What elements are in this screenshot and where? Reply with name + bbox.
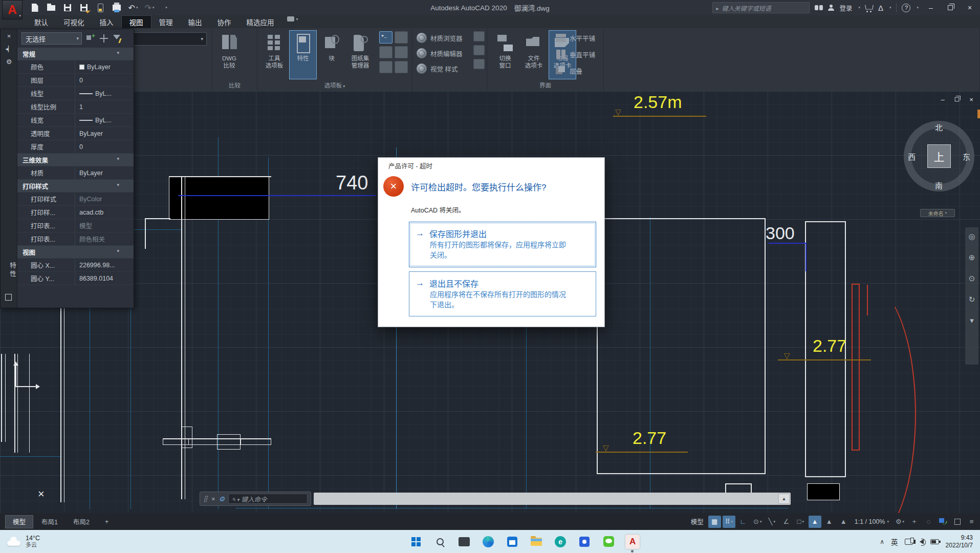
property-row[interactable]: 圆心 Y... 86389.0104	[17, 272, 134, 285]
panel-footer-compare[interactable]: 比较	[212, 81, 257, 90]
view-compass[interactable]: 北 南 西 东 上	[904, 121, 974, 192]
ribbon-tab[interactable]: 插入	[92, 15, 121, 28]
save-as-button[interactable]	[78, 2, 90, 13]
select-objects-icon[interactable]	[99, 34, 108, 43]
transparency-toggle[interactable]: ▲	[823, 516, 836, 528]
speaker-icon[interactable]	[920, 539, 924, 544]
object-snap-toggle[interactable]: □▾	[794, 516, 807, 528]
ribbon-tab[interactable]: 管理	[151, 15, 181, 28]
teapot-render-icon[interactable]	[473, 31, 485, 41]
tile-vertically-button[interactable]: 垂直平铺	[556, 48, 595, 61]
property-value[interactable]: 0	[75, 74, 134, 87]
selection-dropdown[interactable]: 无选择	[21, 32, 82, 45]
doc-close-button[interactable]: ×	[966, 94, 977, 104]
property-row[interactable]: 三维效果	[17, 154, 134, 166]
properties-palette-button[interactable]: 特性	[289, 30, 317, 79]
polar-tracking-toggle[interactable]: ⊙▾	[751, 516, 764, 528]
copy-palette-icon[interactable]	[395, 31, 408, 44]
calculator-icon[interactable]	[395, 46, 408, 58]
toggle-pickadd-icon[interactable]	[86, 34, 95, 43]
property-row[interactable]: 颜色 ByLayer	[17, 60, 134, 74]
property-value[interactable]: 颜色相关	[75, 232, 134, 245]
blocks-palette-button[interactable]: 块	[318, 30, 345, 79]
wechat-button[interactable]	[601, 534, 616, 549]
property-value[interactable]: ByLayer	[75, 127, 134, 140]
layout-tab[interactable]: 布局2	[66, 515, 97, 528]
ribbon-tab[interactable]: 协作	[210, 15, 239, 28]
expand-history-button[interactable]: ▲	[778, 494, 790, 504]
search-input[interactable]: 键入关键字或短语	[712, 2, 810, 13]
property-row[interactable]: 线型比例 1	[17, 100, 134, 114]
gear-icon[interactable]: ⚙	[1, 58, 17, 66]
property-value[interactable]: 226996.98...	[75, 259, 134, 271]
quick-select-icon[interactable]	[113, 34, 122, 43]
layer-states-icon[interactable]	[379, 46, 393, 58]
taskbar-search-button[interactable]	[432, 534, 448, 549]
new-file-button[interactable]	[29, 2, 41, 13]
ribbon-tab[interactable]: 输出	[181, 15, 210, 28]
material-mapping-icon[interactable]	[473, 45, 485, 55]
drawing-canvas[interactable]: – ×	[0, 91, 980, 513]
task-view-button[interactable]	[456, 534, 472, 549]
view-name-dropdown[interactable]: 未命名	[920, 209, 955, 217]
graphics-performance-button[interactable]	[937, 516, 949, 528]
property-row[interactable]: 图层 0	[17, 74, 134, 87]
cast-device-icon[interactable]	[905, 539, 913, 545]
redo-button[interactable]: ↷▾	[143, 2, 156, 13]
save-button[interactable]	[61, 2, 74, 13]
steering-wheel-icon[interactable]: ◎	[968, 232, 975, 240]
compass-north[interactable]: 北	[935, 122, 943, 133]
property-value[interactable]: 86389.0104	[75, 272, 134, 285]
layout-tab[interactable]: +	[98, 515, 116, 528]
switch-windows-button[interactable]: 切换窗口	[491, 30, 519, 79]
clipboard-icon[interactable]	[395, 61, 408, 73]
property-row[interactable]: 打印样... acad.ctb	[17, 206, 134, 219]
property-row[interactable]: 透明度 ByLayer	[17, 127, 134, 140]
clean-screen-button[interactable]	[951, 516, 964, 528]
property-row[interactable]: 圆心 X... 226996.98...	[17, 259, 134, 272]
compass-top-face[interactable]: 上	[927, 144, 951, 168]
clock-widget[interactable]: 9:43 2022/10/7	[946, 534, 973, 549]
customize-gear-icon[interactable]: ⚙	[219, 495, 225, 503]
chevron-down-icon[interactable]: ▾	[889, 6, 891, 10]
panel-footer-interface[interactable]: 界面	[487, 81, 603, 90]
property-row[interactable]: 打印表... 颜色相关	[17, 232, 134, 246]
lineweight-toggle[interactable]: ▲	[809, 516, 821, 528]
file-explorer-button[interactable]	[529, 534, 544, 549]
doc-minimize-button[interactable]: –	[937, 94, 948, 104]
annotation-scale-button[interactable]: 1:1 / 100%	[852, 518, 892, 525]
tool-palettes-button[interactable]: 工具选项板	[260, 30, 288, 79]
zoom-icon[interactable]: ⊙	[969, 274, 975, 282]
ortho-toggle[interactable]: ∟	[737, 516, 750, 528]
help-icon[interactable]: ?	[902, 4, 910, 12]
chevron-down-icon[interactable]: ▾	[970, 316, 974, 324]
chevron-down-icon[interactable]: ▾	[917, 6, 919, 10]
compass-east[interactable]: 东	[963, 151, 970, 162]
signin-button[interactable]: 登录	[839, 3, 852, 13]
edge-browser-button[interactable]	[481, 534, 496, 549]
ribbon-tab[interactable]: 可视化	[56, 15, 92, 28]
restore-button[interactable]	[943, 2, 957, 14]
drag-handle-icon[interactable]: ⣿	[203, 495, 208, 502]
hidden-icons-chevron[interactable]: ∧	[880, 538, 884, 545]
property-value[interactable]: ByColor	[75, 193, 134, 205]
property-value[interactable]	[35, 246, 134, 258]
pan-icon[interactable]: ⊕	[969, 253, 975, 261]
transfer-button[interactable]	[94, 2, 106, 13]
panel-footer-palettes[interactable]: 选项板	[257, 81, 412, 90]
property-row[interactable]: 常规	[17, 48, 134, 60]
file-tabs-button[interactable]: 文件选项卡	[520, 30, 548, 79]
property-value[interactable]: ByLayer	[75, 166, 134, 179]
app-menu-button[interactable]: A▾	[2, 0, 23, 19]
property-row[interactable]: 厚度 0	[17, 140, 134, 154]
autocad-taskbar-button[interactable]: A	[625, 534, 640, 549]
property-value[interactable]: 0	[75, 140, 134, 153]
annotation-plus-button[interactable]: +	[908, 516, 921, 528]
snap-toggle[interactable]: ⠿▾	[723, 516, 735, 528]
workspace-gear-button[interactable]: ⚙▾	[894, 516, 906, 528]
battery-icon[interactable]	[930, 539, 939, 544]
light-icon[interactable]	[473, 59, 485, 69]
command-history-strip[interactable]: ▲	[314, 493, 791, 505]
property-value[interactable]: acad.ctb	[75, 206, 134, 219]
dialog-option-button[interactable]: 退出且不保存 应用程序将在不保存所有打开的图形的情况下退出。	[409, 271, 596, 317]
